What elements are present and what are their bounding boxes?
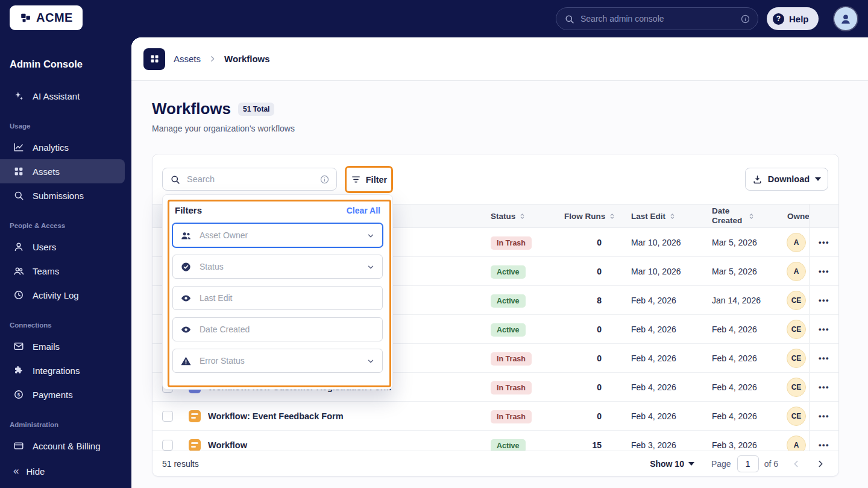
row-checkbox[interactable]	[162, 411, 173, 422]
breadcrumb-assets-link[interactable]: Assets	[174, 54, 201, 64]
sidebar-section-people-access: People & Access	[10, 222, 122, 229]
page-number-input[interactable]	[737, 455, 759, 472]
help-button[interactable]: ? Help	[767, 7, 819, 30]
top-bar: ACME ? Help	[0, 0, 868, 37]
question-icon: ?	[773, 13, 784, 25]
user-avatar[interactable]	[834, 7, 857, 30]
admin-search	[556, 7, 758, 30]
table-row[interactable]: Workflow: Event Feedback Form In Trash 0…	[153, 402, 838, 431]
search-icon	[170, 174, 180, 185]
sidebar-item-ai-assistant[interactable]: AI Assistant	[0, 84, 125, 108]
status-badge: In Trash	[491, 352, 532, 366]
info-icon[interactable]	[740, 14, 750, 24]
status-badge: Active	[491, 439, 526, 451]
sidebar-item-emails[interactable]: Emails	[0, 334, 125, 358]
sidebar-item-label: Account & Billing	[33, 441, 101, 451]
row-actions-button[interactable]: •••	[809, 315, 838, 343]
sidebar-item-payments[interactable]: $ Payments	[0, 382, 125, 407]
previous-page-button[interactable]	[788, 455, 805, 472]
ellipsis-icon: •••	[819, 440, 829, 449]
sort-icon[interactable]	[747, 212, 755, 220]
sidebar-item-assets[interactable]: Assets	[0, 159, 125, 183]
owner-avatar: CE	[787, 407, 806, 426]
filter-icon	[351, 174, 361, 185]
sidebar-item-teams[interactable]: Teams	[0, 259, 125, 283]
flow-runs-value: 0	[559, 382, 602, 392]
asset-owner-icon	[180, 230, 192, 241]
sidebar-item-activity-log[interactable]: Activity Log	[0, 283, 125, 307]
filters-title: Filters	[175, 205, 202, 215]
sort-icon[interactable]	[518, 212, 526, 220]
status-badge: In Trash	[491, 381, 532, 395]
owner-avatar: A	[787, 436, 806, 451]
download-icon	[752, 174, 763, 185]
sidebar-item-submissions[interactable]: Submissions	[0, 183, 125, 208]
last-edit-value: Feb 4, 2026	[631, 353, 676, 363]
sidebar-item-label: Users	[33, 242, 56, 252]
column-owner[interactable]: Owner	[787, 204, 809, 227]
last-edit-value: Mar 10, 2026	[631, 267, 681, 276]
show-per-page-dropdown[interactable]: Show 10	[650, 459, 694, 469]
clear-all-link[interactable]: Clear All	[347, 206, 380, 215]
people-group-icon	[13, 265, 24, 276]
sidebar-item-label: Analytics	[33, 142, 69, 153]
row-actions-button[interactable]: •••	[809, 228, 838, 256]
row-actions-button[interactable]: •••	[809, 286, 838, 314]
row-actions-button[interactable]: •••	[809, 402, 838, 430]
sidebar-item-users[interactable]: Users	[0, 235, 125, 259]
ellipsis-icon: •••	[819, 411, 829, 420]
admin-search-input[interactable]	[580, 8, 731, 30]
sidebar-hide-button[interactable]: « Hide	[0, 458, 125, 484]
info-icon[interactable]	[319, 174, 330, 185]
ellipsis-icon: •••	[819, 267, 829, 276]
filter-field-last-edit[interactable]: Last Edit	[172, 286, 383, 310]
column-flow-runs[interactable]: Flow Runs	[564, 204, 616, 227]
user-icon	[13, 241, 24, 252]
row-checkbox[interactable]	[162, 440, 173, 451]
filter-field-date-created[interactable]: Date Created	[172, 317, 383, 341]
caret-down-icon	[688, 462, 694, 466]
row-actions-button[interactable]: •••	[809, 373, 838, 401]
filter-placeholder: Asset Owner	[200, 230, 248, 240]
sort-icon[interactable]	[608, 212, 616, 220]
download-button[interactable]: Download	[745, 168, 828, 191]
row-actions-button[interactable]: •••	[809, 257, 838, 285]
download-label: Download	[768, 174, 810, 184]
sidebar-item-integrations[interactable]: Integrations	[0, 358, 125, 382]
filter-field-status[interactable]: Status	[172, 255, 383, 279]
ellipsis-icon: •••	[819, 325, 829, 334]
column-status[interactable]: Status	[491, 204, 526, 227]
filter-field-asset-owner[interactable]: Asset Owner	[172, 223, 383, 247]
sidebar-item-label: AI Assistant	[33, 91, 80, 101]
acme-logo[interactable]: ACME	[10, 5, 83, 30]
next-page-button[interactable]	[812, 455, 829, 472]
filter-button[interactable]: Filter	[346, 167, 392, 192]
sort-icon[interactable]	[668, 212, 676, 220]
last-edit-value: Feb 4, 2026	[631, 411, 676, 421]
last-edit-value: Feb 4, 2026	[631, 296, 676, 305]
flow-runs-value: 15	[559, 440, 602, 450]
filter-field-error-status[interactable]: Error Status	[172, 349, 383, 373]
owner-avatar: CE	[787, 320, 806, 339]
content-area: Workflows 51 Total Manage your organizat…	[131, 81, 868, 488]
eye-icon	[180, 293, 192, 304]
flow-runs-value: 0	[559, 325, 602, 334]
workflow-name[interactable]: Workflow	[208, 440, 486, 450]
grid-icon	[149, 54, 160, 64]
column-date-created[interactable]: Date Created	[712, 204, 755, 227]
flow-runs-value: 0	[559, 267, 602, 276]
table-search-input[interactable]	[187, 168, 313, 190]
sidebar-item-account-billing[interactable]: Account & Billing	[0, 434, 125, 458]
table-row[interactable]: Workflow Active 15 Feb 3, 2026 Feb 3, 20…	[153, 431, 838, 451]
column-last-edit[interactable]: Last Edit	[631, 204, 676, 227]
date-created-value: Mar 5, 2026	[712, 238, 757, 247]
row-actions-button[interactable]: •••	[809, 344, 838, 372]
hide-label: Hide	[26, 466, 45, 477]
sidebar: Admin Console AI Assistant Usage Analyti…	[0, 37, 131, 488]
owner-avatar: CE	[787, 291, 806, 310]
row-actions-button[interactable]: •••	[809, 431, 838, 451]
workflow-name[interactable]: Workflow: Event Feedback Form	[208, 411, 486, 421]
sparkles-icon	[13, 90, 24, 101]
flow-runs-value: 8	[559, 296, 602, 305]
sidebar-item-analytics[interactable]: Analytics	[0, 135, 125, 159]
